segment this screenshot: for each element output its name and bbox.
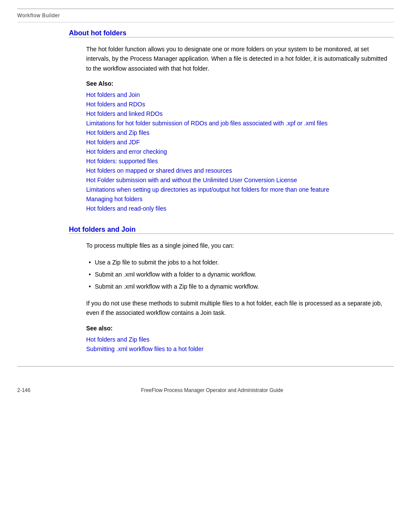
link-hot-folders-read-only[interactable]: Hot folders and read-only files (86, 205, 166, 212)
link-hot-folders-mapped[interactable]: Hot folders on mapped or shared drives a… (86, 167, 232, 174)
footer: 2-146 FreeFlow Process Manager Operator … (17, 384, 394, 393)
section1-see-also-heading: See Also: (86, 80, 394, 87)
link-limitations-directories[interactable]: Limitations when setting up directories … (86, 186, 329, 193)
footer-page-number: 2-146 (17, 387, 31, 393)
list-item: Hot folders and Zip files (86, 336, 394, 343)
section2-rule (69, 233, 394, 234)
list-item: Hot folders and error checking (86, 148, 394, 155)
bottom-rule (17, 366, 394, 367)
link2-submitting-xml[interactable]: Submitting .xml workflow files to a hot … (86, 345, 203, 352)
section2-intro: To process multiple files as a single jo… (86, 241, 394, 250)
section1-link-list: Hot folders and Join Hot folders and RDO… (86, 91, 394, 212)
section2-link-list: Hot folders and Zip files Submitting .xm… (86, 336, 394, 352)
section2-title[interactable]: Hot folders and Join (69, 226, 136, 233)
link-hot-folders-linked-rdos[interactable]: Hot folders and linked RDOs (86, 110, 162, 117)
link2-hot-folders-zip[interactable]: Hot folders and Zip files (86, 336, 149, 343)
link-hot-folders-error[interactable]: Hot folders and error checking (86, 148, 167, 155)
list-item: Submit an .xml workflow with a folder to… (86, 270, 394, 279)
list-item: Hot folders and Join (86, 91, 394, 98)
section-about-hot-folders: About hot folders The hot folder functio… (17, 29, 394, 212)
list-item: Hot folders and RDOs (86, 101, 394, 108)
breadcrumb-bar: Workflow Builder (17, 12, 394, 22)
page-container: Workflow Builder About hot folders The h… (0, 0, 411, 532)
section2-see-also-heading: See also: (86, 325, 394, 332)
section1-title[interactable]: About hot folders (69, 29, 126, 37)
list-item: Submit an .xml workflow with a Zip file … (86, 282, 394, 291)
list-item: Hot folders: supported files (86, 158, 394, 165)
bullet-item-2: Submit an .xml workflow with a folder to… (95, 271, 256, 278)
footer-title: FreeFlow Process Manager Operator and Ad… (31, 387, 394, 393)
breadcrumb: Workflow Builder (17, 12, 60, 19)
section1-content: The hot folder function allows you to de… (86, 44, 394, 212)
bullet-item-3: Submit an .xml workflow with a Zip file … (95, 283, 259, 290)
link-hot-folders-rdos[interactable]: Hot folders and RDOs (86, 101, 145, 108)
list-item: Hot folders and linked RDOs (86, 110, 394, 117)
section2-bullet-list: Use a Zip file to submit the jobs to a h… (86, 258, 394, 292)
link-limitations-rdos[interactable]: Limitations for hot folder submission of… (86, 120, 327, 127)
link-hot-folders-zip[interactable]: Hot folders and Zip files (86, 129, 149, 136)
list-item: Hot folders and JDF (86, 139, 394, 146)
link-hot-folders-jdf[interactable]: Hot folders and JDF (86, 139, 140, 146)
section-hot-folders-join: Hot folders and Join To process multiple… (17, 226, 394, 352)
section1-rule (69, 37, 394, 37)
list-item: Managing hot folders (86, 196, 394, 202)
list-item: Hot folders and read-only files (86, 205, 394, 212)
link-hot-folder-unlimited[interactable]: Hot Folder submission with and without t… (86, 177, 297, 184)
link-hot-folders-supported[interactable]: Hot folders: supported files (86, 158, 158, 165)
bullet-item-1: Use a Zip file to submit the jobs to a h… (95, 259, 219, 266)
link-hot-folders-join[interactable]: Hot folders and Join (86, 91, 140, 98)
section2-body2: If you do not use these methods to submi… (86, 299, 394, 318)
list-item: Limitations when setting up directories … (86, 186, 394, 193)
list-item: Hot folders on mapped or shared drives a… (86, 167, 394, 174)
link-managing-hot-folders[interactable]: Managing hot folders (86, 196, 143, 202)
list-item: Hot folders and Zip files (86, 129, 394, 136)
list-item: Submitting .xml workflow files to a hot … (86, 345, 394, 352)
top-rule (17, 9, 394, 9)
list-item: Hot Folder submission with and without t… (86, 177, 394, 184)
section1-body: The hot folder function allows you to de… (86, 44, 394, 73)
list-item: Use a Zip file to submit the jobs to a h… (86, 258, 394, 267)
section2-content: To process multiple files as a single jo… (86, 241, 394, 352)
list-item: Limitations for hot folder submission of… (86, 120, 394, 127)
